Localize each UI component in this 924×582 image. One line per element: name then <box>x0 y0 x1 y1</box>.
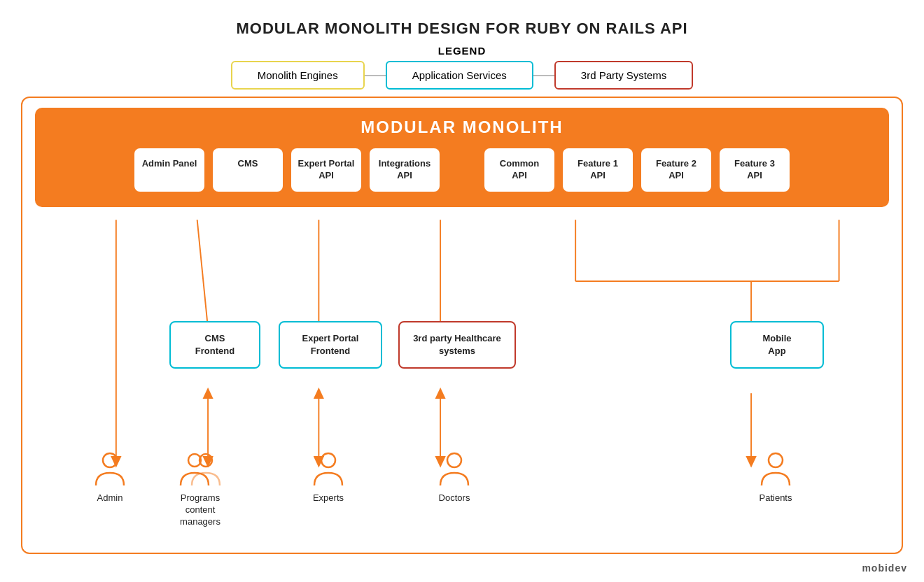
module-feature2-api: Feature 2API <box>641 148 711 192</box>
service-third-party-healthcare: 3rd party Healthcaresystems <box>398 321 516 369</box>
module-cms: CMS <box>213 148 283 192</box>
module-admin-panel: Admin Panel <box>134 148 204 192</box>
user-programs-content-managers: Programs content managers <box>172 450 228 528</box>
person-icon-admin <box>92 450 127 490</box>
module-common-api: CommonAPI <box>484 148 554 192</box>
user-patients: Patients <box>758 450 793 504</box>
legend-connector-1 <box>365 75 386 76</box>
module-feature3-api: Feature 3API <box>720 148 790 192</box>
api-modules-row: Admin Panel CMS Expert PortalAPI Integra… <box>45 148 879 192</box>
page-title: MODULAR MONOLITH DESIGN FOR RUBY ON RAIL… <box>0 0 924 38</box>
legend-section: LEGEND Monolith Engines Application Serv… <box>0 45 924 90</box>
service-expert-portal-frontend: Expert PortalFrontend <box>279 321 382 369</box>
service-mobile-app: MobileApp <box>730 321 824 369</box>
service-cms-frontend: CMSFrontend <box>169 321 260 369</box>
legend-connector-2 <box>533 75 554 76</box>
monolith-title: MODULAR MONOLITH <box>45 118 879 137</box>
svg-point-12 <box>103 453 117 467</box>
legend-application-services: Application Services <box>386 61 533 90</box>
user-experts-label: Experts <box>313 492 344 504</box>
main-diagram-container: MODULAR MONOLITH Admin Panel CMS Expert … <box>21 97 903 554</box>
person-icon-programs <box>179 450 221 490</box>
svg-line-1 <box>197 220 208 328</box>
legend-title: LEGEND <box>438 45 486 57</box>
brand-logo: mobidev <box>862 562 907 574</box>
legend-third-party: 3rd Party Systems <box>554 61 694 90</box>
legend-items: Monolith Engines Application Services 3r… <box>231 61 694 90</box>
module-integrations-api: IntegrationsAPI <box>370 148 440 192</box>
user-experts: Experts <box>311 450 346 504</box>
monolith-box: MODULAR MONOLITH Admin Panel CMS Expert … <box>35 108 889 207</box>
user-patients-label: Patients <box>760 492 792 504</box>
user-programs-label: Programs content managers <box>172 492 228 528</box>
person-icon-experts <box>311 450 346 490</box>
user-doctors: Doctors <box>437 450 472 504</box>
module-feature1-api: Feature 1API <box>563 148 633 192</box>
user-admin: Admin <box>92 450 127 504</box>
page-wrapper: MODULAR MONOLITH DESIGN FOR RUBY ON RAIL… <box>0 0 924 582</box>
svg-point-16 <box>447 453 461 467</box>
svg-point-17 <box>769 453 783 467</box>
svg-point-15 <box>321 453 335 467</box>
module-spacer <box>448 148 476 192</box>
user-admin-label: Admin <box>97 492 123 504</box>
person-icon-doctors <box>437 450 472 490</box>
user-doctors-label: Doctors <box>439 492 470 504</box>
person-icon-patients <box>758 450 793 490</box>
module-expert-portal-api: Expert PortalAPI <box>291 148 361 192</box>
diagram-wrapper: MODULAR MONOLITH Admin Panel CMS Expert … <box>35 108 889 541</box>
legend-monolith-engines: Monolith Engines <box>231 61 365 90</box>
